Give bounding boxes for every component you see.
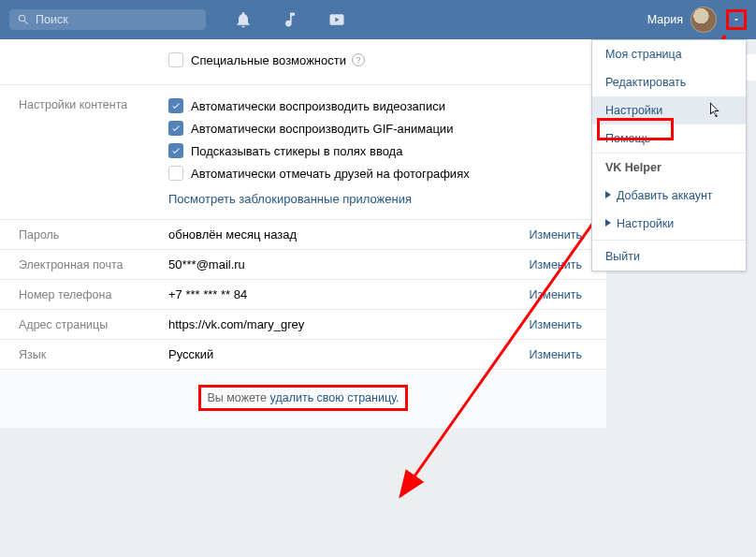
music-icon[interactable] [281,10,299,29]
delete-account-row: Вы можете удалить свою страницу. [0,369,606,428]
help-icon[interactable]: ? [352,53,365,66]
dropdown-logout[interactable]: Выйти [592,242,746,271]
dropdown-settings-label: Настройки [605,104,662,117]
content-settings-section: Настройки контента Автоматически воспрои… [0,85,606,219]
checkbox-icon [168,121,183,136]
row-label: Номер телефона [19,288,168,301]
accessibility-section: Специальные возможности ? [0,39,606,84]
accessibility-label: Специальные возможности [191,53,346,67]
settings-row-0: Парольобновлён месяц назадИзменить [0,220,606,249]
delete-prefix: Вы можете [207,391,269,404]
row-value: обновлён месяц назад [168,227,530,242]
dropdown-edit[interactable]: Редактировать [592,68,746,96]
row-value: +7 *** *** ** 84 [168,287,530,301]
check-label: Автоматически отмечать друзей на фотогра… [191,167,470,181]
checkbox-icon [168,52,183,67]
dropdown-add-account[interactable]: Добавить аккаунт [592,182,746,210]
row-value: 50***@mail.ru [168,257,530,271]
delete-account-link[interactable]: удалить свою страницу. [270,391,400,404]
checkbox-icon [168,166,183,181]
check-label: Автоматически воспроизводить GIF-анимаци… [191,122,453,136]
dropdown-add-account-label: Добавить аккаунт [617,189,713,202]
row-action-link[interactable]: Изменить [530,258,582,271]
chevron-down-icon [732,15,741,24]
topbar: Мария [0,0,756,39]
row-label: Адрес страницы [19,318,168,331]
bell-icon[interactable] [234,10,253,29]
row-action-link[interactable]: Изменить [530,348,582,361]
main-column: Специальные возможности ? Настройки конт… [0,39,606,428]
content-check-2[interactable]: Подсказывать стикеры в полях ввода [168,139,588,162]
accessibility-check[interactable]: Специальные возможности ? [168,49,588,71]
settings-row-1: Электронная почта50***@mail.ruИзменить [0,250,606,279]
row-action-link[interactable]: Изменить [530,288,582,301]
content-check-0[interactable]: Автоматически воспроизводить видеозаписи [168,95,588,117]
dropdown-helper-settings[interactable]: Настройки [592,210,746,238]
content-check-3[interactable]: Автоматически отмечать друзей на фотогра… [168,162,588,184]
row-label: Пароль [19,228,168,242]
dropdown-helper-title: VK Helper [592,153,746,182]
check-label: Подсказывать стикеры в полях ввода [191,144,402,158]
row-action-link[interactable]: Изменить [530,228,582,242]
username: Мария [647,13,683,26]
row-label: Язык [19,348,168,361]
dropdown-help[interactable]: Помощь [592,125,746,153]
check-label: Автоматически воспроизводить видеозаписи [191,99,445,113]
checkbox-icon [168,98,183,113]
row-label: Электронная почта [19,258,168,271]
user-area[interactable]: Мария [647,7,747,33]
content-check-1[interactable]: Автоматически воспроизводить GIF-анимаци… [168,117,588,139]
blocked-apps-link[interactable]: Посмотреть заблокированные приложения [168,192,412,206]
delete-highlight: Вы можете удалить свою страницу. [198,385,407,411]
row-value: https://vk.com/mary_grey [168,317,530,331]
dropdown-settings[interactable]: Настройки [592,96,746,125]
checkbox-icon [168,143,183,158]
search-input[interactable] [36,13,185,26]
user-dropdown: Моя страница Редактировать Настройки Пом… [591,39,747,271]
video-icon[interactable] [327,10,346,29]
settings-row-4: ЯзыкРусскийИзменить [0,340,606,369]
cursor-icon [710,102,723,119]
settings-row-3: Адрес страницыhttps://vk.com/mary_greyИз… [0,310,606,339]
content-settings-label: Настройки контента [19,95,168,206]
row-value: Русский [168,347,530,361]
avatar [691,7,717,33]
row-action-link[interactable]: Изменить [530,318,582,331]
settings-row-2: Номер телефона+7 *** *** ** 84Изменить [0,280,606,309]
search-box[interactable] [9,9,206,30]
dropdown-helper-settings-label: Настройки [617,217,674,230]
dropdown-my-page[interactable]: Моя страница [592,40,746,68]
search-icon [17,13,30,26]
top-icons [234,10,346,29]
user-menu-toggle[interactable] [726,9,747,30]
